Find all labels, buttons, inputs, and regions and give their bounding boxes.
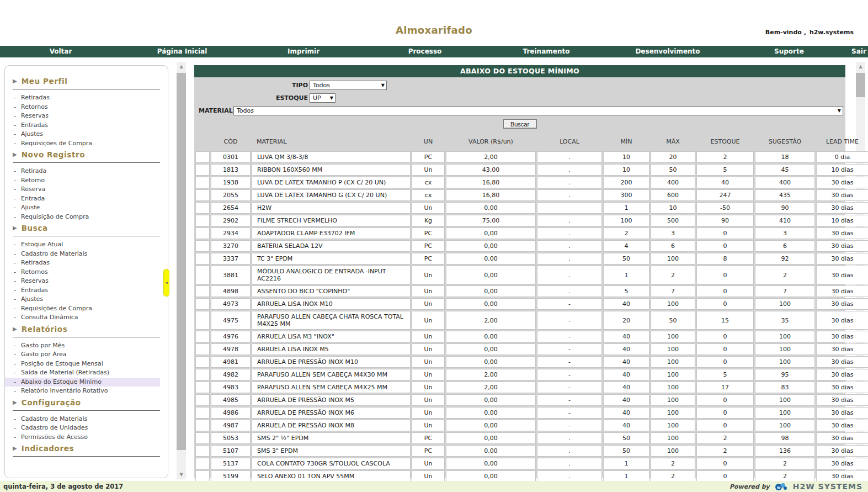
sidebar-item-requisic-o-es-de-compra[interactable]: -Requisições de Compra	[5, 304, 160, 314]
sidebar-section-indicadores[interactable]: ▶Indicadores	[5, 443, 168, 453]
username[interactable]: h2w.systems	[810, 29, 854, 36]
cell-sugesta-o: 98	[755, 432, 815, 444]
row-pad-cell	[195, 369, 210, 380]
cell-un: Un	[412, 369, 445, 380]
sidebar-item-reservas[interactable]: -Reservas	[5, 112, 160, 121]
sidebar-item-retiradas[interactable]: -Retiradas	[5, 258, 160, 268]
cell-estoque: 0	[696, 331, 754, 342]
nav-item-desenvolvimento[interactable]: Desenvolvimento	[607, 46, 728, 57]
cell-un: Un	[412, 331, 445, 342]
cell-lead-time: 0 dia	[816, 151, 868, 163]
sidebar-item-label: Reserva	[21, 186, 45, 193]
cell-local: -	[537, 369, 602, 380]
cell-local: .	[537, 445, 602, 457]
sidebar-item-requisic-a-o-de-compra[interactable]: -Requisição de Compra	[5, 213, 160, 222]
page-scrollbar-thumb[interactable]	[856, 73, 865, 97]
estoque-select[interactable]: UP ▼	[310, 93, 336, 103]
column-header-estoque: ESTOQUE	[696, 133, 754, 150]
sidebar-section-novo-registro[interactable]: ▶Novo Registro	[5, 149, 168, 159]
cell-estoque: 2	[696, 151, 754, 163]
search-button[interactable]: Buscar	[503, 119, 537, 129]
cell-local: .	[537, 432, 602, 444]
sidebar-item-cadastro-de-unidades[interactable]: -Cadastro de Unidades	[5, 424, 160, 433]
dash-bullet: -	[14, 379, 16, 386]
cell-valor-r-un: 75,00	[446, 215, 536, 226]
sidebar-item-relato-rio-inventa-rio-rotativo[interactable]: -Relatório Inventário Rotativo	[5, 387, 160, 396]
cell-estoque: 2	[696, 432, 754, 444]
sidebar-item-label: Ajustes	[21, 296, 43, 303]
nav-item-treinamento[interactable]: Treinamento	[486, 46, 607, 57]
dash-bullet: -	[14, 369, 16, 377]
triangle-right-icon: ▶	[13, 225, 17, 231]
sidebar-item-abaixo-do-estoque-mi-nimo[interactable]: -Abaixo do Estoque Mínimo	[5, 378, 160, 387]
cell-sugesta-o: 6	[755, 240, 815, 252]
sidebar-item-entrada[interactable]: -Entrada	[5, 194, 160, 204]
sidebar-item-gasto-por-a-rea[interactable]: -Gasto por Área	[5, 350, 160, 359]
scroll-down-icon[interactable]: ▼	[177, 470, 186, 479]
sidebar-item-consulta-dina-mica[interactable]: -Consulta Dinâmica	[5, 313, 160, 322]
nav-item-imprimir[interactable]: Imprimir	[243, 46, 364, 57]
sidebar-item-retirada[interactable]: -Retirada	[5, 167, 160, 176]
nav-item-pa-gina-inicial[interactable]: Página Inicial	[121, 46, 243, 57]
row-pad-cell	[195, 382, 210, 393]
material-select[interactable]: Todos ▼	[233, 106, 843, 115]
sidebar-item-sai-da-de-material-retiradas[interactable]: -Saída de Material (Retiradas)	[5, 368, 160, 378]
sidebar-item-retiradas[interactable]: -Retiradas	[5, 93, 160, 103]
sidebar-item-permisso-es-de-acesso[interactable]: -Permissões de Acesso	[5, 433, 160, 442]
cell-valor-r-un: 0,00	[446, 470, 536, 482]
cell-lead-time: 30 dias	[816, 407, 868, 419]
footer-date: quinta-feira, 3 de agosto de 2017	[3, 483, 123, 490]
sidebar-item-cadastro-de-materiais[interactable]: -Cadastro de Materiais	[5, 415, 160, 424]
nav-item-suporte[interactable]: Suporte	[728, 46, 850, 57]
sidebar-section-meu-perfil[interactable]: ▶Meu Perfil	[5, 76, 168, 86]
sidebar-item-reservas[interactable]: -Reservas	[5, 277, 160, 286]
sidebar-section-relato-rios[interactable]: ▶Relatórios	[5, 324, 168, 334]
cell-material: ARRUELA DE PRESSÃO INOX M8	[252, 420, 411, 431]
sidebar-item-ajustes[interactable]: -Ajustes	[5, 295, 160, 304]
cell-sugesta-o: 7	[755, 285, 815, 297]
sidebar-item-label: Entrada	[21, 195, 45, 203]
cell-material: RIBBON 160X560 MM	[252, 164, 411, 176]
filter-row-material: MATERIAL Todos ▼	[194, 106, 845, 115]
tipo-select[interactable]: Todos ▼	[310, 81, 387, 90]
sidebar-collapse-handle[interactable]: ◄	[163, 269, 169, 297]
cell-valor-r-un: 0,00	[446, 420, 536, 431]
sidebar-item-gasto-por-me-s[interactable]: -Gasto por Mês	[5, 341, 160, 351]
cell-ma-x: 100	[651, 369, 695, 380]
scroll-up-icon[interactable]: ▲	[856, 62, 865, 71]
sidebar-item-reserva[interactable]: -Reserva	[5, 185, 160, 194]
dash-bullet: -	[14, 287, 16, 294]
table-row: 4986ARRUELA DE PRESSÃO INOX M6Un0,00-401…	[195, 407, 868, 419]
sidebar-item-entradas[interactable]: -Entradas	[5, 121, 160, 130]
cell-local: -	[537, 331, 602, 342]
footer: quinta-feira, 3 de agosto de 2017 Powere…	[0, 481, 868, 492]
nav-item-voltar[interactable]: Voltar	[0, 46, 121, 57]
sidebar-scrollbar[interactable]: ▲ ▼	[177, 62, 186, 479]
sidebar-section-busca[interactable]: ▶Busca	[5, 223, 168, 232]
nav-item-processo[interactable]: Processo	[364, 46, 486, 57]
sidebar-item-posic-a-o-de-estoque-mensal[interactable]: -Posição de Estoque Mensal	[5, 359, 160, 369]
cell-valor-r-un: 0,00	[446, 356, 536, 368]
cell-co-d: 2902	[211, 215, 251, 226]
sidebar-item-estoque-atual[interactable]: -Estoque Atual	[5, 240, 160, 250]
sidebar-item-entradas[interactable]: -Entradas	[5, 286, 160, 295]
cell-estoque: 0	[696, 343, 754, 355]
nav-item-sair[interactable]: Sair	[850, 46, 868, 57]
cell-sugesta-o: 410	[755, 215, 815, 226]
sidebar-item-ajustes[interactable]: -Ajustes	[5, 130, 160, 139]
scroll-up-icon[interactable]: ▲	[177, 62, 186, 71]
sidebar-item-requisic-o-es-de-compra[interactable]: -Requisições de Compra	[5, 139, 160, 149]
sidebar-item-retorno[interactable]: -Retorno	[5, 176, 160, 186]
sidebar-item-label: Consulta Dinâmica	[21, 314, 78, 321]
sidebar-item-ajuste[interactable]: -Ajuste	[5, 203, 160, 213]
row-pad-cell	[195, 228, 210, 239]
sidebar-scrollbar-thumb[interactable]	[177, 73, 186, 450]
sidebar-item-retornos[interactable]: -Retornos	[5, 103, 160, 112]
cell-material: COLA CONTATO 730GR S/TOLUOL CASCOLA	[252, 458, 411, 469]
row-pad-cell	[195, 298, 210, 310]
table-row: 5107SMS 3" EPDMPC0,00.50100213630 dias	[195, 445, 868, 457]
sidebar-item-cadastro-de-materiais[interactable]: -Cadastro de Materiais	[5, 250, 160, 259]
sidebar-section-configurac-a-o[interactable]: ▶Configuração	[5, 397, 168, 407]
sidebar-item-retornos[interactable]: -Retornos	[5, 268, 160, 277]
table-row: 4898ASSENTO DO BICO "COPINHO"Un0,00.5707…	[195, 285, 868, 297]
